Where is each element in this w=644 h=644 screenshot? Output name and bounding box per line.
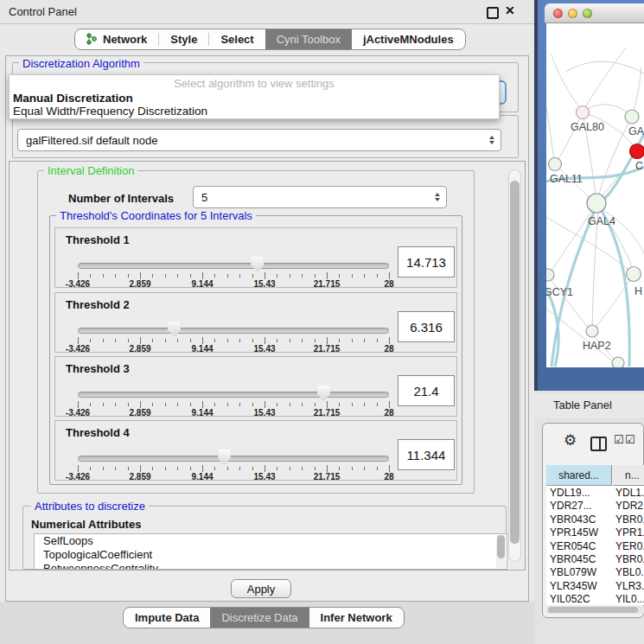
split-pane-icon[interactable] [590,437,607,451]
threshold-value-field[interactable]: 21.4 [398,375,455,406]
threshold-value-field[interactable]: 14.713 [398,246,455,277]
tick-mark [352,339,353,342]
tab-network[interactable]: Network [75,29,158,49]
table-row[interactable]: YBR045CYBR0... [546,552,644,565]
close-icon[interactable]: ✕ [505,3,515,17]
tick-mark [290,339,290,342]
network-edge [565,61,644,73]
tick-label: 15.43 [253,279,275,289]
column-header-shared-name[interactable]: shared... [546,465,612,486]
tab-impute-data[interactable]: Impute Data [124,608,210,628]
checkbox-icon[interactable]: ☑ [614,434,624,445]
cell-name: YBR0... [615,513,644,526]
number-of-intervals-combo[interactable]: 5 [193,186,447,208]
numerical-attributes-list[interactable]: SelfLoopsTopologicalCoefficientBetweenne… [34,533,507,570]
list-item-betweennesscentrality[interactable]: BetweennessCentrality [35,562,507,570]
node-label: GAL4 [588,215,615,227]
tab-style[interactable]: Style [159,29,208,49]
tab-label: Style [170,33,197,46]
network-icon [86,33,98,46]
tick-mark [177,274,178,277]
number-of-intervals-label: Number of Intervals [68,192,174,205]
tick-mark [90,467,91,470]
list-item-selfloops[interactable]: SelfLoops [35,534,507,548]
panel-scrollbar-thumb[interactable] [510,181,520,544]
table-row[interactable]: YPR145WYPR1... [546,526,644,539]
network-node-hap2[interactable] [586,325,598,337]
tick-label: 9.144 [191,408,213,418]
tick-mark [90,403,91,406]
slider-thumb-icon[interactable] [251,257,264,272]
tick-mark [327,401,328,408]
tick-mark [115,339,116,342]
threshold-slider-track[interactable] [78,456,389,462]
table-row[interactable]: YDR27...YDR2... [546,499,644,512]
tab-cyni-toolbox[interactable]: Cyni Toolbox [265,29,352,49]
tab-label: Discretize Data [221,611,297,624]
network-node-gcy1[interactable] [546,269,554,281]
minimize-traffic-icon[interactable] [568,9,577,18]
network-node-gal4[interactable] [587,194,606,213]
threshold-value-field[interactable]: 11.344 [398,439,455,470]
network-node-c[interactable] [630,144,644,159]
tick-mark [239,403,240,406]
close-traffic-icon[interactable] [553,9,563,18]
table-row[interactable]: YLR345WYLR3... [546,579,644,592]
network-node-gal11[interactable] [549,158,562,171]
table-body: YDL19...YDL1...YDR27...YDR2...YBR043CYBR… [546,486,644,605]
network-window-titlebar[interactable] [545,3,644,23]
table-hscrollbar-thumb[interactable] [548,607,638,613]
table-row[interactable]: YDL19...YDL1... [546,486,644,499]
apply-button[interactable]: Apply [231,579,291,598]
network-node-ga[interactable] [625,110,639,124]
threshold-panel-2: Threshold 2-3.4262.8599.14415.4321.71528… [54,292,457,353]
tick-mark [90,274,91,277]
node-label: H [634,285,642,297]
network-node[interactable] [612,357,624,367]
table-row[interactable]: YER054CYER0... [546,539,644,552]
tick-label: 28 [384,472,393,481]
network-window: GAL80GACGAL11GAL4GCY1HHAP2 [545,3,644,386]
threshold-slider-track[interactable] [78,392,389,398]
tick-mark [364,339,365,342]
slider-ticks [78,337,389,344]
tab-discretize-data[interactable]: Discretize Data [210,608,309,628]
column-header-name[interactable]: n... [613,465,644,486]
tab-select[interactable]: Select [209,29,265,49]
panel-scrollbar[interactable] [508,169,521,562]
tick-label: 2.859 [129,408,150,418]
table-hscrollbar[interactable] [546,606,644,614]
slider-thumb-icon[interactable] [317,386,330,401]
table-row[interactable]: YBL079WYBL0... [546,565,644,578]
table-row[interactable]: YIL052CYIL0... [546,592,644,605]
slider-thumb-icon[interactable] [218,450,231,465]
tick-label: -3.426 [66,408,90,418]
list-scrollbar[interactable] [496,535,506,568]
tick-mark [103,403,104,406]
list-item-topologicalcoefficient[interactable]: TopologicalCoefficient [35,548,507,562]
network-canvas[interactable]: GAL80GACGAL11GAL4GCY1HHAP2 [546,23,644,367]
gear-icon[interactable]: ⚙ [564,433,577,448]
tick-mark [177,467,178,470]
tab-infer-network[interactable]: Infer Network [309,608,404,628]
network-node-h[interactable] [627,267,641,282]
tab-jactivemnodules[interactable]: jActiveMNodules [352,29,465,49]
cell-name: YBL0... [615,566,644,578]
popup-option-manual-discretization[interactable]: Manual Discretization [13,92,133,105]
threshold-value-field[interactable]: 6.316 [398,311,455,342]
tick-mark [152,467,153,470]
tick-mark [265,401,265,408]
threshold-slider-track[interactable] [78,263,389,269]
threshold-slider-track[interactable] [78,328,389,334]
zoom-traffic-icon[interactable] [583,9,592,18]
list-scrollbar-thumb[interactable] [497,535,505,558]
slider-thumb-icon[interactable] [168,322,181,337]
float-window-icon[interactable] [487,7,499,19]
checkbox-icon[interactable]: ☑ [625,434,635,445]
tick-mark [78,337,79,344]
popup-option-equal-width-frequency[interactable]: Equal Width/Frequency Discretization [13,105,207,118]
table-data-combo[interactable]: galFiltered.sif default node [17,129,501,151]
table-row[interactable]: YBR043CYBR0... [546,513,644,526]
network-node-gal80[interactable] [577,106,590,119]
threshold-label: Threshold 4 [66,426,130,439]
